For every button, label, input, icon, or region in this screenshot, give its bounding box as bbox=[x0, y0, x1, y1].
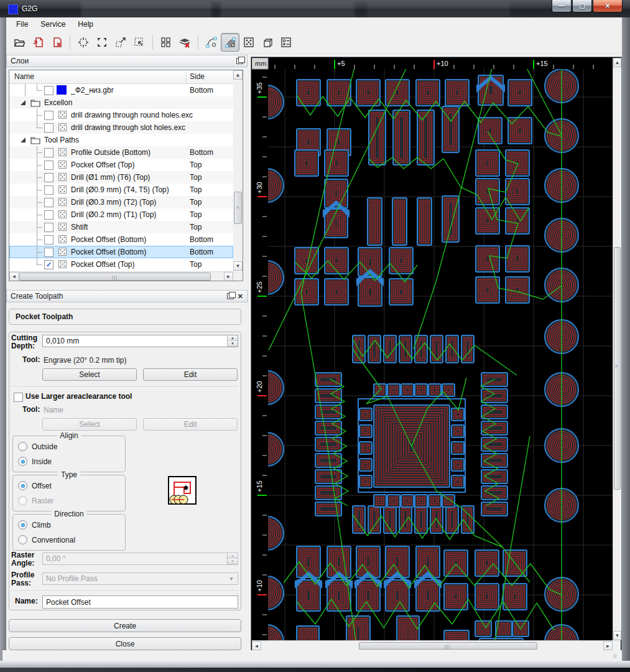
drill-holes-tool-button[interactable] bbox=[239, 33, 258, 52]
name-input[interactable]: Pocket Offset bbox=[42, 595, 238, 609]
layer-checkbox[interactable] bbox=[44, 198, 53, 207]
tool2-edit-button[interactable]: Edit bbox=[143, 418, 238, 431]
layer-row[interactable]: Profile Outside (Bottom)Bottom bbox=[9, 146, 233, 159]
pcb-horizontal-scrollbar[interactable]: ◄ ► ||| bbox=[252, 640, 613, 651]
layer-row[interactable]: Excellon bbox=[9, 96, 233, 109]
radio-icon[interactable] bbox=[18, 520, 27, 530]
radio-option-climb[interactable]: Climb bbox=[18, 520, 51, 530]
import-file-button[interactable] bbox=[29, 33, 47, 52]
scroll-thumb[interactable]: ||| bbox=[19, 273, 211, 281]
zoom-in-region-button[interactable] bbox=[111, 33, 130, 52]
layer-row[interactable]: Pocket Offset (Top)Top bbox=[9, 159, 233, 171]
pcb-vertical-scrollbar[interactable]: ▲ ▼ ≡ bbox=[613, 58, 621, 640]
create-toolpath-dock-titlebar[interactable]: Create Toolpath ✕ bbox=[6, 290, 248, 302]
zoom-window-button[interactable] bbox=[93, 33, 111, 52]
scroll-down-arrow[interactable]: ▼ bbox=[233, 261, 243, 271]
create-button[interactable]: Create bbox=[9, 619, 241, 632]
scroll-down-arrow[interactable]: ▼ bbox=[613, 631, 621, 640]
float-icon[interactable] bbox=[236, 58, 243, 64]
layers-vertical-scrollbar[interactable]: ▲ ▼ ≡ bbox=[233, 70, 243, 281]
dock-close-icon[interactable]: ✕ bbox=[238, 293, 243, 299]
layer-checkbox[interactable] bbox=[44, 185, 53, 195]
menu-item-service[interactable]: Service bbox=[34, 18, 72, 30]
maximize-button[interactable]: ▢ bbox=[572, 0, 592, 12]
radio-icon[interactable] bbox=[18, 535, 27, 544]
use-larger-checkbox[interactable] bbox=[14, 393, 23, 402]
scroll-right-arrow[interactable]: ► bbox=[224, 272, 233, 281]
tool-edit-button[interactable]: Edit bbox=[143, 368, 238, 381]
column-header-name[interactable]: Name bbox=[14, 72, 34, 81]
layer-checkbox[interactable] bbox=[44, 86, 53, 95]
open-file-button[interactable] bbox=[10, 33, 29, 52]
scroll-left-arrow[interactable]: ◄ bbox=[252, 642, 261, 650]
menu-item-file[interactable]: File bbox=[10, 18, 34, 30]
layer-row[interactable]: _Ф2_низ.gbrBottom bbox=[9, 84, 233, 96]
layer-row[interactable]: ShtiftTop bbox=[9, 221, 233, 233]
spin-buttons[interactable]: ▲▼ bbox=[227, 335, 238, 347]
layer-checkbox[interactable] bbox=[44, 173, 53, 182]
scroll-up-arrow[interactable]: ▲ bbox=[613, 58, 621, 67]
layer-checkbox[interactable] bbox=[44, 235, 53, 245]
layer-checkbox[interactable]: ✓ bbox=[44, 260, 53, 269]
scroll-thumb[interactable]: ≡ bbox=[234, 192, 242, 224]
layer-checkbox[interactable] bbox=[44, 111, 53, 120]
layer-row[interactable]: Drill (Ø0.3 mm) (T2) (Top)Top bbox=[9, 196, 233, 208]
layers-horizontal-scrollbar[interactable]: ◄ ► ||| bbox=[9, 271, 233, 281]
arc-entry-tool-button[interactable] bbox=[202, 33, 221, 52]
layer-checkbox[interactable] bbox=[44, 123, 53, 133]
cutting-depth-input[interactable]: 0,010 mm ▲▼ bbox=[42, 335, 238, 347]
layer-row[interactable]: Tool Paths bbox=[9, 134, 233, 146]
layer-row[interactable]: drill drawing through round holes.exc bbox=[9, 109, 233, 121]
scroll-right-arrow[interactable]: ► bbox=[603, 642, 613, 650]
radio-icon[interactable] bbox=[18, 442, 27, 451]
float-icon[interactable] bbox=[227, 293, 234, 299]
layers-tree[interactable]: Name Side _Ф2_низ.gbrBottomExcellondrill… bbox=[9, 70, 243, 281]
radio-option-raster[interactable]: Raster bbox=[18, 496, 53, 505]
layer-row[interactable]: Drill (Ø1 mm) (T6) (Top)Top bbox=[9, 171, 233, 184]
title-bar[interactable]: G2G — ▢ ✕ bbox=[0, 0, 630, 17]
tool2-select-button[interactable]: Select bbox=[42, 418, 137, 431]
panelize-button[interactable] bbox=[157, 33, 175, 52]
minimize-button[interactable]: — bbox=[552, 0, 572, 12]
radio-option-inside[interactable]: Inside bbox=[18, 457, 52, 466]
scroll-left-arrow[interactable]: ◄ bbox=[9, 272, 19, 281]
scroll-thumb[interactable]: ||| bbox=[359, 642, 537, 650]
raster-angle-input[interactable]: 0,00 ° ▲▼ bbox=[42, 553, 238, 565]
radio-icon[interactable] bbox=[18, 496, 27, 505]
close-button[interactable]: Close bbox=[9, 637, 241, 650]
pcb-canvas[interactable]: +5+10+15+35+30+25+20+15+10mm bbox=[252, 58, 613, 640]
zoom-out-region-button[interactable] bbox=[130, 33, 149, 52]
radio-option-outside[interactable]: Outside bbox=[18, 442, 57, 451]
pcb-view[interactable]: +5+10+15+35+30+25+20+15+10mm ▲ ▼ ≡ ◄ ► |… bbox=[251, 57, 622, 651]
layer-checkbox[interactable] bbox=[44, 148, 53, 157]
close-button[interactable]: ✕ bbox=[593, 0, 623, 12]
expand-arrow-icon[interactable] bbox=[21, 138, 25, 142]
radio-icon[interactable] bbox=[18, 481, 27, 490]
profile-pass-dropdown[interactable]: No Profile Pass ▼ bbox=[42, 572, 238, 585]
layer-row[interactable]: Pocket Offset (Bottom)Bottom bbox=[9, 246, 233, 258]
radio-option-conventional[interactable]: Conventional bbox=[18, 535, 75, 544]
layer-checkbox[interactable] bbox=[44, 210, 53, 220]
resize-grip[interactable]: ⠿ bbox=[613, 654, 618, 660]
layer-row[interactable]: Drill (Ø0.2 mm) (T1) (Top)Top bbox=[9, 208, 233, 221]
layer-checkbox[interactable] bbox=[44, 248, 53, 257]
tool-select-button[interactable]: Select bbox=[42, 368, 137, 381]
view-3d-button[interactable] bbox=[258, 33, 277, 52]
toolpath-properties-button[interactable] bbox=[277, 33, 295, 52]
column-header-side[interactable]: Side bbox=[190, 72, 205, 81]
remove-toolpaths-button[interactable] bbox=[175, 33, 194, 52]
scroll-up-arrow[interactable]: ▲ bbox=[233, 70, 243, 80]
zoom-fit-button[interactable] bbox=[74, 33, 93, 52]
layers-dock-titlebar[interactable]: Слои bbox=[6, 55, 248, 67]
pocket-toolpath-tool-button[interactable] bbox=[221, 33, 239, 52]
layer-row[interactable]: Pocket Offset (Bottom)Bottom bbox=[9, 233, 233, 246]
layer-row[interactable]: ✓Pocket Offset (Top)Top bbox=[9, 258, 233, 271]
menu-item-help[interactable]: Help bbox=[72, 18, 100, 30]
radio-option-offset[interactable]: Offset bbox=[18, 481, 52, 490]
scroll-thumb[interactable]: ≡ bbox=[614, 247, 621, 490]
radio-icon[interactable] bbox=[18, 457, 27, 466]
layer-checkbox[interactable] bbox=[44, 223, 53, 232]
layer-checkbox[interactable] bbox=[44, 161, 53, 170]
expand-arrow-icon[interactable] bbox=[21, 100, 25, 105]
layer-row[interactable]: drill drawing through slot holes.exc bbox=[9, 121, 233, 134]
